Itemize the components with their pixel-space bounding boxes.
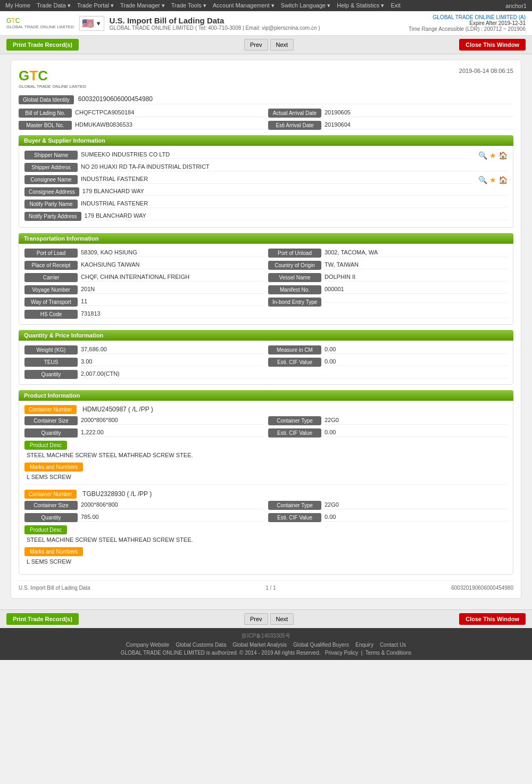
nav-account-management[interactable]: Account Management ▾ — [213, 2, 275, 9]
container-1-qty-group: Quantity 1,222.00 — [24, 428, 264, 438]
master-bol-value: HDMUKAWB0836533 — [75, 121, 264, 129]
buyer-supplier-body: Shipper Name SUMEEKO INDUSTRIES CO LTD 🔍… — [19, 145, 513, 227]
us-flag-icon: 🇺🇸 — [82, 18, 94, 29]
nav-trade-portal[interactable]: Trade Portal ▾ — [77, 2, 114, 9]
nav-exit[interactable]: Exit — [390, 2, 400, 9]
place-of-receipt-value: KAOHSIUNG TAIWAN — [81, 261, 264, 269]
nav-help-statistics[interactable]: Help & Statistics ▾ — [337, 2, 384, 9]
container-2-type-label: Container Type — [268, 501, 321, 510]
logo: GTC GLOBAL TRADE ONLINE LIMITED — [6, 17, 74, 29]
nav-buttons-bottom: Prev Next — [244, 613, 294, 625]
bol-no-value: CHQFCTPCA9050184 — [75, 109, 264, 117]
container-1-product-desc-text: STEEL MACHINE SCREW STEEL MATHREAD SCREW… — [24, 452, 508, 458]
container-2-qty-value: 785.00 — [81, 514, 264, 522]
print-button-top[interactable]: Print Trade Record(s) — [6, 39, 79, 51]
vessel-name-label: Vessel Name — [268, 273, 321, 282]
quantity-price-body: Weight (KG) 37,686.00 Measure in CM 0.00… — [19, 340, 513, 384]
esti-cif-label: Esti. CIF Value — [268, 358, 321, 367]
carrier-group: Carrier CHQF, CHINA INTERNATIONAL FREIGH — [24, 273, 264, 282]
terms-conditions-link[interactable]: Terms & Conditions — [365, 650, 412, 656]
container-1-cif-label: Esti. CIF Value — [268, 428, 321, 438]
consignee-address-group: Consignee Address 179 BLANCHARD WAY — [24, 187, 508, 196]
notify-party-name-group: Notify Party Name INDUSTRIAL FASTENER — [24, 200, 508, 209]
container-1-number-row: Container Number HDMU2450987 ( /L /PP ) — [24, 406, 508, 413]
prev-button-top[interactable]: Prev — [244, 39, 268, 51]
container-1-number-value: HDMU2450987 ( /L /PP ) — [82, 406, 153, 413]
page-footer: 苏ICP备14033305号 Company Website Global Cu… — [0, 628, 532, 660]
manifest-no-group: Manifest No. 000001 — [268, 285, 508, 294]
footer-link-buyers[interactable]: Global Qualified Buyers — [293, 642, 349, 648]
page-title: U.S. Import Bill of Lading Data — [110, 16, 320, 25]
consignee-home-icon[interactable]: 🏠 — [498, 176, 508, 184]
record-date: 2019-06-14 08:06:15 — [459, 68, 513, 74]
port-of-unload-value: 3002, TACOMA, WA — [325, 249, 508, 257]
footer-link-enquiry[interactable]: Enquiry — [355, 642, 373, 648]
print-button-bottom[interactable]: Print Trade Record(s) — [6, 613, 79, 625]
nav-switch-language[interactable]: Switch Language ▾ — [281, 2, 330, 9]
footer-link-customs[interactable]: Global Customs Data — [176, 642, 226, 648]
close-button-bottom[interactable]: Close This Window — [459, 613, 526, 625]
nav-trade-data[interactable]: Trade Data ▾ — [37, 2, 71, 9]
container-1-cif-group: Esti. CIF Value 0.00 — [268, 428, 508, 438]
notify-party-name-value: INDUSTRIAL FASTENER — [81, 200, 508, 208]
footer-link-company[interactable]: Company Website — [126, 642, 170, 648]
container-2-marks-btn[interactable]: Marks and Numbers — [24, 547, 83, 556]
buyer-supplier-section: Buyer & Supplier Information Shipper Nam… — [19, 135, 513, 228]
prev-button-bottom[interactable]: Prev — [244, 613, 268, 625]
consignee-name-group: Consignee Name INDUSTRIAL FASTENER — [24, 175, 472, 184]
next-button-top[interactable]: Next — [270, 39, 294, 51]
close-button-top[interactable]: Close This Window — [459, 39, 526, 51]
way-of-transport-label: Way of Transport — [24, 298, 78, 307]
global-data-identity-value: 600320190606000454980 — [78, 95, 513, 104]
bottom-toolbar: Print Trade Record(s) Prev Next Close Th… — [0, 609, 532, 628]
country-of-origin-label: Country of Origin — [268, 261, 321, 270]
flag-selector[interactable]: 🇺🇸 ▼ — [79, 16, 104, 31]
country-of-origin-value: TW, TAIWAN — [325, 261, 508, 269]
consignee-search-icon[interactable]: 🔍 — [478, 176, 487, 184]
footer-link-market[interactable]: Global Market Analysis — [232, 642, 287, 648]
port-of-unload-label: Port of Unload — [268, 249, 321, 258]
shipper-star-icon[interactable]: ★ — [489, 151, 496, 160]
container-1-size-label: Container Size — [24, 416, 78, 425]
container-1-marks-btn[interactable]: Marks and Numbers — [24, 463, 83, 472]
container-2-product-desc-text: STEEL MACHINE SCREW STEEL MATHREAD SCREW… — [24, 537, 508, 543]
record-logo-icon: GTC — [19, 68, 48, 84]
privacy-policy-link[interactable]: Privacy Policy — [325, 650, 358, 656]
global-data-identity-label: Global Data Identity — [19, 95, 74, 104]
main-content: GTC GLOBAL TRADE ONLINE LIMITED 2019-06-… — [0, 54, 532, 609]
nav-trade-tools[interactable]: Trade Tools ▾ — [171, 2, 206, 9]
next-button-bottom[interactable]: Next — [270, 613, 294, 625]
container-2-product-desc-btn[interactable]: Product Desc — [24, 525, 67, 534]
master-bol-group: Master BOL No. HDMUKAWB0836533 — [19, 121, 264, 130]
company-link[interactable]: GLOBAL TRADE ONLINE LIMITED (A) — [433, 14, 526, 20]
port-of-unload-group: Port of Unload 3002, TACOMA, WA — [268, 249, 508, 258]
shipper-search-icon[interactable]: 🔍 — [478, 151, 487, 160]
esti-cif-group: Esti. CIF Value 0.00 — [268, 358, 508, 367]
header-subtitle: GLOBAL TRADE ONLINE LIMITED ( Tel: 400-7… — [110, 25, 320, 31]
consignee-star-icon[interactable]: ★ — [489, 176, 496, 184]
container-1-product-desc-btn[interactable]: Product Desc — [24, 441, 67, 450]
quantity-price-header: Quantity & Price Information — [19, 330, 513, 341]
footer-link-contact[interactable]: Contact Us — [380, 642, 406, 648]
quantity-price-section: Quantity & Price Information Weight (KG)… — [19, 330, 513, 385]
card-footer-left: U.S. Import Bill of Lading Data — [19, 585, 90, 591]
vessel-name-value: DOLPHIN II — [325, 274, 508, 282]
nav-trade-manager[interactable]: Trade Manager ▾ — [120, 2, 165, 9]
header-left: GTC GLOBAL TRADE ONLINE LIMITED 🇺🇸 ▼ U.S… — [6, 16, 320, 31]
container-2-number-label: Container Number — [24, 490, 77, 499]
transportation-header: Transportation Information — [19, 233, 513, 244]
way-of-transport-group: Way of Transport 11 — [24, 298, 264, 307]
notify-party-address-group: Notify Party Address 179 BLANCHARD WAY — [24, 212, 508, 221]
product-info-section: Product Information Container Number HDM… — [19, 390, 513, 575]
voyage-number-value: 201N — [81, 286, 264, 294]
container-1-qty-value: 1,222.00 — [81, 429, 264, 437]
way-of-transport-value: 11 — [81, 298, 264, 306]
page-title-text: U.S. Import Bill of Lading Data — [110, 16, 225, 25]
port-of-load-value: 58309, KAO HSIUNG — [81, 249, 264, 257]
container-1-size-value: 2000*806*800 — [81, 417, 264, 425]
teus-group: TEUS 3.00 — [24, 358, 264, 367]
record-card-header: GTC GLOBAL TRADE ONLINE LIMITED 2019-06-… — [19, 68, 513, 89]
nav-my-home[interactable]: My Home — [5, 2, 30, 9]
shipper-home-icon[interactable]: 🏠 — [498, 151, 508, 160]
product-info-body: Container Number HDMU2450987 ( /L /PP ) … — [19, 400, 513, 574]
